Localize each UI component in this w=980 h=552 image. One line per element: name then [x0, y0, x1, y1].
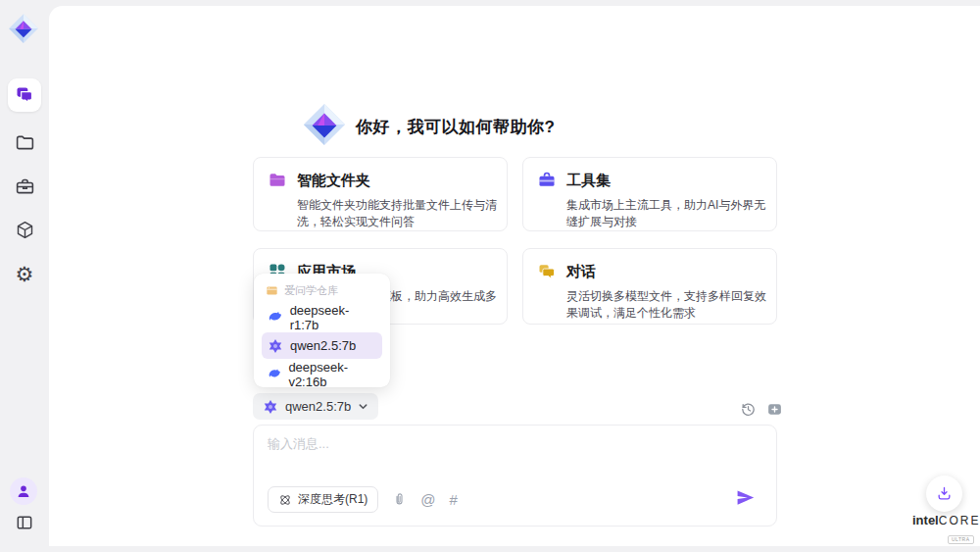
- sidebar-item-chat[interactable]: [8, 78, 41, 112]
- collapse-sidebar-button[interactable]: [0, 511, 49, 534]
- gear-icon: ⚙: [16, 264, 34, 284]
- history-button[interactable]: [740, 401, 757, 418]
- card-description: 智能文件夹功能支持批量文件上传与清洗，轻松实现文件问答: [297, 197, 498, 230]
- card-description: 灵活切换多模型文件，支持多样回复效果调试，满足个性化需求: [566, 288, 767, 322]
- deep-think-toggle[interactable]: 深度思考(R1): [268, 486, 378, 513]
- new-chat-plus-icon: [766, 401, 783, 418]
- chat-bubbles-icon: [15, 85, 34, 105]
- model-selector[interactable]: qwen2.5:7b: [253, 393, 378, 420]
- sidebar-item-models[interactable]: [0, 218, 49, 241]
- gold-chat-icon: [537, 262, 557, 281]
- message-input[interactable]: [268, 435, 758, 484]
- ultra-sub-badge: ultra: [948, 535, 974, 544]
- atom-icon: [278, 493, 292, 507]
- panel-layout-icon: [15, 513, 34, 532]
- send-icon: [736, 488, 755, 507]
- indigo-briefcase-icon: [537, 171, 557, 190]
- model-selector-label: qwen2.5:7b: [285, 399, 351, 414]
- model-option-deepseek-r1[interactable]: deepseek-r1:7b: [262, 304, 382, 330]
- chevron-down-icon: [358, 401, 368, 412]
- app-logo-icon[interactable]: [7, 12, 40, 45]
- purple-folder-icon: [268, 171, 287, 190]
- qwen-icon: [268, 338, 283, 354]
- hash-icon: #: [450, 491, 458, 508]
- model-option-label: deepseek-v2:16b: [288, 360, 376, 389]
- download-icon: [936, 485, 953, 502]
- send-button[interactable]: [736, 488, 755, 511]
- conversation-actions: [740, 401, 783, 418]
- qwen-icon: [263, 399, 278, 415]
- cube-icon: [15, 220, 35, 240]
- model-group-label: 爱问学仓库: [284, 283, 338, 298]
- download-button[interactable]: [926, 476, 962, 512]
- card-title: 智能文件夹: [297, 172, 370, 190]
- attach-file-button[interactable]: [392, 492, 407, 507]
- card-title: 对话: [566, 263, 596, 281]
- composer-toolbar: 深度思考(R1) @ #: [268, 486, 458, 513]
- card-dialog[interactable]: 对话 灵活切换多模型文件，支持多样回复效果调试，满足个性化需求: [522, 248, 777, 325]
- deepseek-whale-icon: [268, 310, 283, 326]
- folder-icon: [15, 132, 35, 153]
- sidebar: ⚙: [0, 0, 49, 552]
- model-dropdown: 爱问学仓库 deepseek-r1:7b qwen2.5:7b deepseek…: [254, 274, 390, 387]
- intel-wordmark: intel: [912, 513, 939, 527]
- greeting-logo-icon: [302, 102, 347, 147]
- briefcase-icon: [15, 176, 35, 197]
- sidebar-item-settings[interactable]: ⚙: [0, 261, 49, 286]
- main-panel: 你好，我可以如何帮助你? 智能文件夹 智能文件夹功能支持批量文件上传与清洗，轻松…: [49, 6, 980, 546]
- card-title: 工具集: [566, 172, 611, 190]
- model-option-label: qwen2.5:7b: [290, 338, 356, 353]
- sidebar-item-folder[interactable]: [0, 130, 49, 154]
- repository-icon: [266, 284, 278, 297]
- history-clock-icon: [740, 401, 757, 418]
- intel-core-badge: intelcore ultra: [912, 513, 973, 545]
- model-dropdown-group: 爱问学仓库: [262, 281, 382, 304]
- new-chat-button[interactable]: [766, 401, 783, 418]
- user-avatar[interactable]: [10, 477, 37, 505]
- person-icon: [16, 483, 31, 499]
- composer: 深度思考(R1) @ #: [253, 425, 777, 527]
- model-option-qwen[interactable]: qwen2.5:7b: [262, 332, 382, 359]
- prompt-tag-button[interactable]: #: [450, 492, 458, 507]
- paperclip-icon: [392, 492, 407, 507]
- card-description: 集成市场上主流工具，助力AI与外界无缝扩展与对接: [566, 197, 767, 230]
- mention-button[interactable]: @: [420, 492, 435, 507]
- deepseek-whale-icon: [268, 367, 281, 382]
- core-wordmark: core: [939, 514, 980, 527]
- card-smart-folder[interactable]: 智能文件夹 智能文件夹功能支持批量文件上传与清洗，轻松实现文件问答: [253, 157, 508, 231]
- sidebar-item-toolbox[interactable]: [0, 175, 49, 198]
- card-toolset[interactable]: 工具集 集成市场上主流工具，助力AI与外界无缝扩展与对接: [522, 157, 777, 231]
- page-title: 你好，我可以如何帮助你?: [356, 116, 555, 138]
- deep-think-label: 深度思考(R1): [298, 491, 368, 508]
- model-option-label: deepseek-r1:7b: [290, 303, 376, 332]
- model-option-deepseek-v2[interactable]: deepseek-v2:16b: [262, 361, 382, 387]
- at-icon: @: [420, 491, 435, 508]
